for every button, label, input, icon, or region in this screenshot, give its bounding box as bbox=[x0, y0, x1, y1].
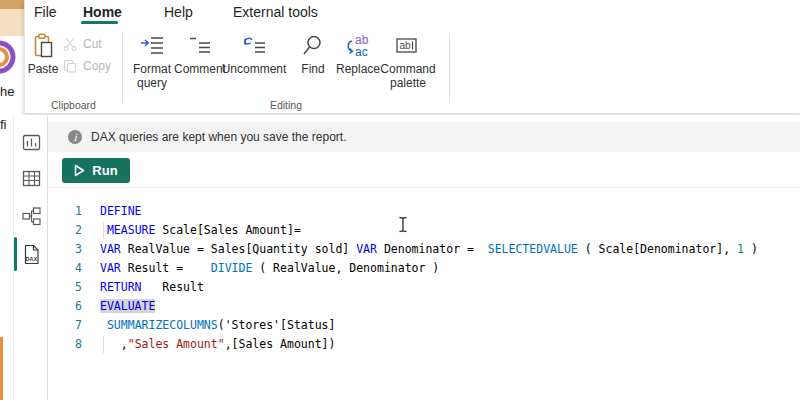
code-segment: DIVIDE bbox=[211, 261, 253, 275]
code-segment: DEFINE bbox=[100, 204, 142, 218]
line-number: 3 bbox=[48, 240, 82, 259]
code-segment: Scale[Sales Amount]= bbox=[155, 223, 300, 237]
scissors-icon bbox=[61, 37, 79, 51]
view-rail: DAX bbox=[13, 115, 48, 400]
paste-button[interactable]: Paste bbox=[25, 30, 61, 76]
cut-button[interactable]: Cut bbox=[61, 34, 123, 54]
svg-text:ac: ac bbox=[355, 45, 368, 59]
svg-text:DAX: DAX bbox=[26, 256, 38, 262]
replace-button[interactable]: ab ac Replace bbox=[333, 30, 383, 76]
play-icon bbox=[74, 164, 85, 177]
code-segment: "Sales Amount" bbox=[128, 337, 225, 351]
code-line[interactable]: VAR RealValue = Sales[Quantity sold] VAR… bbox=[100, 240, 800, 259]
line-number-gutter: 12345678 bbox=[48, 202, 82, 354]
replace-label: Replace bbox=[333, 62, 383, 76]
code-segment: Result = bbox=[121, 261, 211, 275]
command-palette-button[interactable]: ab Command palette bbox=[377, 30, 439, 90]
info-icon: i bbox=[68, 130, 82, 144]
copy-icon bbox=[61, 59, 79, 73]
dax-query-view: i DAX queries are kept when you save the… bbox=[48, 115, 800, 400]
code-segment: RETURN bbox=[100, 280, 142, 294]
code-line[interactable]: ,"Sales Amount",[Sales Amount]) bbox=[100, 335, 800, 354]
find-label: Find bbox=[293, 62, 333, 76]
dax-code-editor[interactable]: 12345678 DEFINE MEASURE Scale[Sales Amou… bbox=[48, 188, 800, 400]
notification-bar: i DAX queries are kept when you save the… bbox=[48, 122, 800, 152]
tab-home[interactable]: Home bbox=[83, 4, 122, 20]
paste-clipboard-icon bbox=[25, 30, 61, 62]
text-cursor-pointer bbox=[398, 216, 408, 233]
find-button[interactable]: Find bbox=[293, 30, 333, 76]
table-view-button[interactable] bbox=[21, 168, 42, 189]
line-number: 2 bbox=[48, 221, 82, 240]
copy-label: Copy bbox=[83, 59, 111, 73]
code-area[interactable]: DEFINE MEASURE Scale[Sales Amount]=VAR R… bbox=[100, 202, 800, 354]
line-number: 8 bbox=[48, 335, 82, 354]
line-number: 6 bbox=[48, 297, 82, 316]
uncomment-label: Uncomment bbox=[221, 62, 287, 76]
background-window-edge bbox=[0, 337, 3, 400]
code-segment: ) bbox=[744, 242, 758, 256]
background-logo-fragment bbox=[0, 36, 20, 80]
code-segment: MEASURE bbox=[107, 223, 155, 237]
ribbon: File Home Help External tools Paste Cut bbox=[24, 0, 800, 114]
tab-external-tools[interactable]: External tools bbox=[233, 4, 318, 20]
copy-button[interactable]: Copy bbox=[61, 56, 123, 76]
cut-label: Cut bbox=[83, 37, 102, 51]
clipboard-group-label: Clipboard bbox=[25, 99, 122, 111]
line-number: 4 bbox=[48, 259, 82, 278]
code-segment: SUMMARIZECOLUMNS bbox=[107, 318, 218, 332]
model-view-button[interactable] bbox=[21, 206, 42, 227]
background-text-fragment: fi bbox=[0, 117, 7, 132]
line-number: 5 bbox=[48, 278, 82, 297]
run-button[interactable]: Run bbox=[62, 158, 130, 183]
code-line[interactable]: EVALUATE bbox=[100, 297, 800, 316]
code-line[interactable]: RETURN Result bbox=[100, 278, 800, 297]
active-view-indicator bbox=[14, 237, 17, 271]
tab-file[interactable]: File bbox=[34, 4, 57, 20]
code-segment: ,[Sales Amount]) bbox=[225, 337, 336, 351]
code-segment bbox=[100, 318, 107, 332]
report-view-button[interactable] bbox=[21, 132, 42, 153]
code-line[interactable]: SUMMARIZECOLUMNS('Stores'[Status] bbox=[100, 316, 800, 335]
command-palette-label: Command palette bbox=[377, 62, 439, 90]
editing-group-label: Editing bbox=[123, 99, 449, 111]
code-segment: ( Scale[Denominator], bbox=[578, 242, 737, 256]
search-icon bbox=[293, 30, 333, 62]
tab-help[interactable]: Help bbox=[164, 4, 193, 20]
code-segment bbox=[100, 223, 107, 237]
code-segment: Denominator = bbox=[377, 242, 488, 256]
notification-text: DAX queries are kept when you save the r… bbox=[91, 130, 346, 144]
uncomment-button[interactable]: Uncomment bbox=[221, 30, 287, 76]
command-palette-icon: ab bbox=[377, 30, 439, 62]
background-text-fragment: he bbox=[0, 84, 14, 99]
code-segment: ('Stores'[Status] bbox=[218, 318, 336, 332]
code-segment: RealValue = Sales[Quantity sold] bbox=[121, 242, 356, 256]
code-segment: Result bbox=[142, 280, 204, 294]
code-line[interactable]: MEASURE Scale[Sales Amount]= bbox=[100, 221, 800, 240]
code-segment: VAR bbox=[100, 261, 121, 275]
run-label: Run bbox=[92, 163, 117, 178]
uncomment-icon bbox=[221, 30, 287, 62]
svg-text:ab: ab bbox=[400, 40, 412, 51]
code-segment: 1 bbox=[737, 242, 744, 256]
line-number: 1 bbox=[48, 202, 82, 221]
code-segment: , bbox=[100, 337, 128, 351]
code-segment: SELECTEDVALUE bbox=[488, 242, 578, 256]
dax-query-view-button[interactable]: DAX bbox=[21, 244, 42, 265]
active-tab-indicator bbox=[81, 21, 118, 24]
ribbon-group-separator bbox=[449, 33, 450, 102]
code-segment: EVALUATE bbox=[100, 299, 155, 313]
code-segment: VAR bbox=[356, 242, 377, 256]
code-line[interactable]: DEFINE bbox=[100, 202, 800, 221]
code-segment: ( RealValue, Denominator ) bbox=[252, 261, 439, 275]
paste-label: Paste bbox=[25, 62, 61, 76]
replace-icon: ab ac bbox=[333, 30, 383, 62]
code-segment: VAR bbox=[100, 242, 121, 256]
line-number: 7 bbox=[48, 316, 82, 335]
code-line[interactable]: VAR Result = DIVIDE ( RealValue, Denomin… bbox=[100, 259, 800, 278]
